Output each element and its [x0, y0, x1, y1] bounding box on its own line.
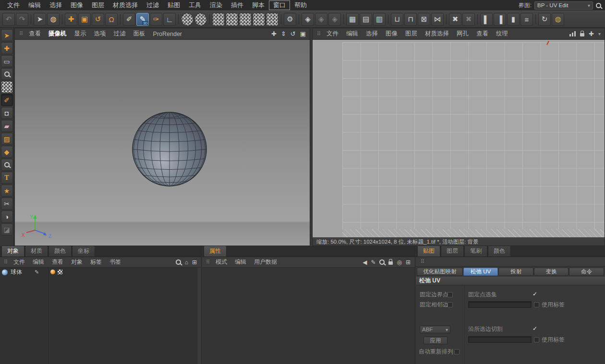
paint-3d-brush-icon[interactable]: ✎3D — [136, 13, 149, 26]
vp-menu-options[interactable]: 选项 — [90, 30, 110, 38]
phong-tag-icon[interactable] — [50, 269, 56, 275]
dissolve-icon[interactable]: ✖ — [449, 13, 461, 26]
sphere-object[interactable] — [130, 110, 209, 188]
drag-handle-icon[interactable]: ⠿ — [204, 259, 212, 265]
channel-luminance-icon[interactable] — [239, 13, 252, 26]
clone-n-icon[interactable]: ⊓ — [404, 13, 417, 26]
drag-handle-icon[interactable]: ⠿ — [2, 259, 10, 265]
use-tag-b-checkbox[interactable] — [534, 337, 539, 342]
tab-attributes[interactable]: 属性 — [204, 246, 227, 257]
menu-filter[interactable]: 过滤 — [142, 0, 163, 10]
pin-neighbor-edges-checkbox[interactable] — [448, 302, 453, 307]
object-list[interactable]: 球体 ✎ — [0, 268, 201, 364]
channel-transparency-icon[interactable] — [253, 13, 265, 26]
sphere-object-icon[interactable] — [1, 269, 8, 276]
uv-histogram-icon[interactable] — [569, 31, 576, 36]
rotate-tool-icon[interactable]: ↺ — [92, 13, 104, 26]
attr-menu-mode[interactable]: 模式 — [212, 258, 231, 266]
edit-pen-icon[interactable]: ✎ — [371, 259, 375, 266]
optimal-mapping-button[interactable]: 优化贴图映射 — [417, 268, 463, 276]
gradient-tool-icon[interactable]: ▨ — [1, 133, 13, 145]
vp-menu-view[interactable]: 查看 — [25, 30, 45, 38]
snap-magnet-icon[interactable]: Ω — [105, 13, 118, 26]
apply-button[interactable]: 应用 — [424, 337, 448, 344]
live-selection-icon[interactable]: ➤ — [34, 13, 46, 26]
vp-menu-camera[interactable]: 摄像机 — [45, 30, 71, 38]
edge-selection-field[interactable] — [468, 336, 532, 343]
menu-layer[interactable]: 图层 — [87, 0, 109, 10]
drag-handle-icon[interactable]: ⠿ — [419, 258, 426, 265]
projection-button[interactable]: 投射 — [498, 268, 533, 276]
tab-mapping[interactable]: 贴图 — [417, 246, 440, 257]
point-selection-field[interactable] — [468, 301, 532, 308]
redo-icon[interactable]: ↷ — [16, 13, 28, 26]
layout-grid-icon[interactable]: ≡ — [520, 13, 533, 26]
menu-window[interactable]: 窗口 — [269, 0, 290, 10]
uv-menu-select[interactable]: 选择 — [362, 30, 382, 38]
history-back-icon[interactable]: ◀ — [363, 259, 367, 266]
tab-coordinates[interactable]: 坐标 — [72, 246, 95, 257]
uv-menu-view[interactable]: 查看 — [472, 30, 492, 38]
auto-realign-checkbox[interactable] — [454, 349, 460, 354]
uv-collapse-icon[interactable]: ▾ — [598, 31, 601, 36]
uv-menu-texture[interactable]: 纹理 — [492, 30, 512, 38]
colorpicker-screen-icon[interactable]: ◈ — [328, 13, 341, 26]
tab-colors[interactable]: 颜色 — [48, 246, 72, 257]
vp-maximize-icon[interactable]: ▣ — [300, 30, 306, 37]
pattern-stamp-icon[interactable] — [1, 81, 13, 93]
raster-cols-icon[interactable]: ▥ — [373, 13, 386, 26]
tab-objects[interactable]: 对象 — [1, 246, 24, 257]
zoom-tool-icon[interactable] — [1, 159, 13, 171]
selection-tool-icon[interactable]: ➤ — [1, 29, 13, 41]
cut-selected-edges-check-icon[interactable]: ✓ — [532, 325, 537, 332]
world-sphere-icon[interactable]: ◍ — [552, 13, 564, 26]
menu-select[interactable]: 选择 — [45, 0, 66, 10]
uv-menu-file[interactable]: 文件 — [323, 30, 342, 38]
channel-color-icon[interactable] — [212, 13, 225, 26]
uv-pan-icon[interactable]: ✚ — [589, 30, 594, 37]
colorpicker-range-icon[interactable]: ◈ — [315, 13, 327, 26]
menu-edit[interactable]: 编辑 — [24, 0, 45, 10]
pin-border-points-checkbox[interactable] — [448, 292, 453, 297]
star-tool-icon[interactable]: ★ — [1, 185, 13, 197]
paintbrush-icon[interactable]: ✑ — [150, 13, 162, 26]
uv-lock-icon[interactable] — [580, 33, 584, 36]
menu-image[interactable]: 图像 — [66, 0, 87, 10]
object-add-icon[interactable]: ⊞ — [192, 259, 197, 266]
move-tool-icon[interactable]: ✚ — [65, 13, 77, 26]
ruler-icon[interactable]: ∟ — [163, 13, 176, 26]
raster-grid-icon[interactable]: ▦ — [346, 13, 359, 26]
menu-material-select[interactable]: 材质选择 — [109, 0, 142, 10]
material-settings-icon[interactable]: ⚙ — [284, 13, 296, 26]
fold-icon[interactable]: ◪ — [1, 223, 13, 235]
text-tool-icon[interactable]: T — [1, 172, 13, 184]
raster-rows-icon[interactable]: ▤ — [360, 13, 372, 26]
obj-menu-object[interactable]: 对象 — [67, 258, 86, 266]
dissolve-alt-icon[interactable]: ✖ — [462, 13, 475, 26]
attr-menu-userdata[interactable]: 用户数据 — [250, 258, 281, 266]
relax-uv-button[interactable]: 松弛 UV — [463, 268, 498, 276]
polygon-selection-brush-icon[interactable]: ✐ — [123, 13, 135, 26]
tab-layers[interactable]: 图层 — [441, 246, 464, 257]
projection-paint-alt-icon[interactable] — [194, 13, 207, 26]
texture-tag-icon[interactable] — [57, 269, 63, 275]
vp-zoom-icon[interactable]: ⇕ — [281, 30, 286, 37]
menu-help[interactable]: 帮助 — [290, 0, 311, 10]
use-tag-a-checkbox[interactable] — [534, 302, 539, 307]
selection-sphere-icon[interactable]: ◍ — [47, 13, 60, 26]
clone-box-icon[interactable]: ⊠ — [418, 13, 430, 26]
obj-menu-tags[interactable]: 标签 — [86, 258, 106, 266]
magnify-tool-icon[interactable] — [1, 68, 13, 80]
uv-menu-layer[interactable]: 图层 — [401, 30, 421, 38]
transform-button[interactable]: 变换 — [534, 268, 569, 276]
menu-plugins[interactable]: 插件 — [227, 0, 248, 10]
rect-select-icon[interactable]: ▭ — [1, 55, 13, 67]
object-list-scrollbar[interactable] — [197, 268, 201, 364]
vp-orbit-icon[interactable]: ↺ — [290, 30, 296, 37]
fill-tool-icon[interactable]: ◆ — [1, 146, 13, 158]
obj-menu-edit[interactable]: 编辑 — [29, 258, 48, 266]
tab-materials[interactable]: 材质 — [25, 246, 48, 257]
pin-point-selection-check-icon[interactable]: ✓ — [532, 291, 537, 297]
uv-menu-material-select[interactable]: 材质选择 — [421, 30, 453, 38]
menu-file[interactable]: 文件 — [3, 0, 24, 10]
